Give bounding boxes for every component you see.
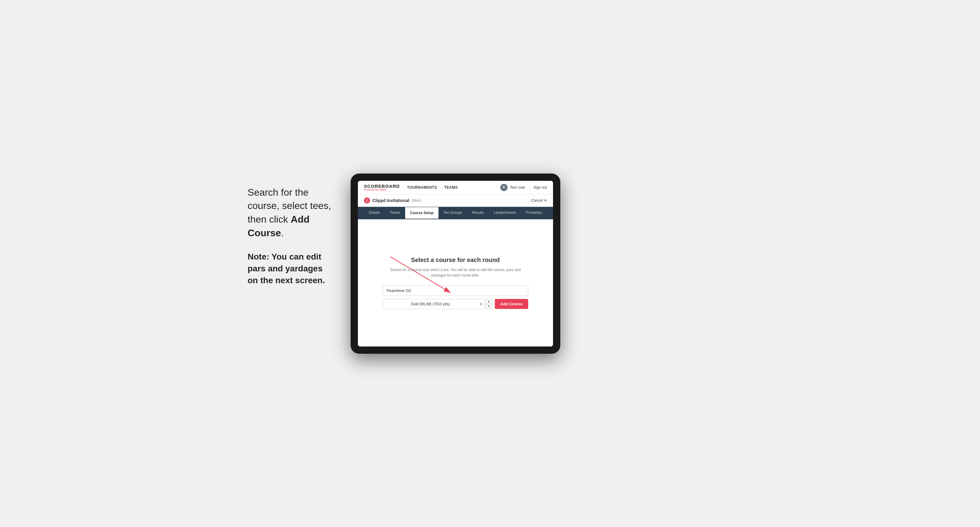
cancel-button[interactable]: Cancel ✕ <box>531 198 547 203</box>
tee-arrow-down[interactable]: ▼ <box>485 304 492 309</box>
tab-course-setup[interactable]: Course Setup <box>405 207 439 219</box>
instruction-text: Search for the course, select tees, then… <box>248 186 332 240</box>
logo-title: SCOREBOARD <box>364 184 400 188</box>
top-bar: SCOREBOARD Powered by clippd TOURNAMENTS… <box>358 181 553 194</box>
course-search-input[interactable] <box>383 285 528 296</box>
section-description: Search for a course and select a tee. Yo… <box>383 267 528 278</box>
tournament-bar: C Clippd Invitational (Men) Cancel ✕ <box>358 194 553 207</box>
tablet-screen: SCOREBOARD Powered by clippd TOURNAMENTS… <box>358 181 553 346</box>
cancel-x-icon: ✕ <box>544 198 547 203</box>
pipe-divider: | <box>529 185 530 190</box>
add-course-button[interactable]: Add Course <box>495 299 528 309</box>
tee-select-controls: Gold (M) (M) (7010 yds) ✕ ▲ ▼ <box>383 299 492 309</box>
tab-tee-groups[interactable]: Tee Groups <box>439 207 467 219</box>
tab-nav: Details Teams Course Setup Tee Groups Re… <box>358 207 553 219</box>
header-left: SCOREBOARD Powered by clippd TOURNAMENTS… <box>364 184 458 191</box>
tournament-name-area: C Clippd Invitational (Men) <box>364 197 421 203</box>
user-avatar: R <box>500 184 508 191</box>
tee-select-row: Gold (M) (M) (7010 yds) ✕ ▲ ▼ Add Course <box>383 299 528 309</box>
main-content: Select a course for each round Search fo… <box>358 219 553 346</box>
tab-teams[interactable]: Teams <box>385 207 405 219</box>
tournament-title: Clippd Invitational <box>372 198 409 203</box>
tab-printables[interactable]: Printables <box>521 207 547 219</box>
tournament-type: (Men) <box>412 198 421 203</box>
tee-clear-button[interactable]: ✕ <box>477 302 485 306</box>
tee-arrow-up[interactable]: ▲ <box>485 299 492 304</box>
tablet-device-outer: SCOREBOARD Powered by clippd TOURNAMENTS… <box>351 173 560 354</box>
tee-select-arrows: ▲ ▼ <box>485 299 492 309</box>
nav-links: TOURNAMENTS TEAMS <box>407 185 458 190</box>
tab-leaderboards[interactable]: Leaderboards <box>489 207 521 219</box>
nav-teams[interactable]: TEAMS <box>444 185 458 190</box>
tee-select-value: Gold (M) (M) (7010 yds) <box>383 299 477 309</box>
section-title: Select a course for each round <box>383 257 528 264</box>
instruction-line1: Search for the course, select tees, then… <box>248 187 331 225</box>
tablet-device: SCOREBOARD Powered by clippd TOURNAMENTS… <box>351 173 560 354</box>
tab-details[interactable]: Details <box>364 207 385 219</box>
course-section: Select a course for each round Search fo… <box>383 257 528 309</box>
tournament-icon: C <box>364 197 370 203</box>
instruction-panel: Search for the course, select tees, then… <box>248 173 332 287</box>
header-right: R Test User | Sign out <box>500 184 547 191</box>
nav-tournaments[interactable]: TOURNAMENTS <box>407 185 437 190</box>
logo-subtitle: Powered by clippd <box>364 188 400 191</box>
note-text: Note: You can edit pars and yardages on … <box>248 251 332 287</box>
sign-out-link[interactable]: Sign out <box>534 185 547 190</box>
instruction-end: . <box>281 227 284 238</box>
user-name: Test User <box>510 185 525 190</box>
logo-area: SCOREBOARD Powered by clippd <box>364 184 400 191</box>
tab-results[interactable]: Results <box>467 207 489 219</box>
page-wrapper: Search for the course, select tees, then… <box>248 173 732 354</box>
